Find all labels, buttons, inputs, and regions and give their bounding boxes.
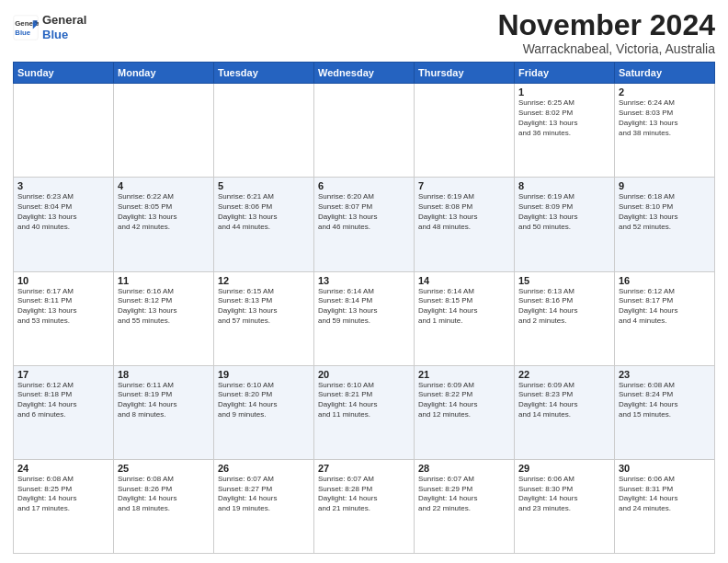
calendar-cell <box>314 84 415 178</box>
day-info: Sunrise: 6:15 AM Sunset: 8:13 PM Dayligh… <box>218 287 310 327</box>
calendar-cell <box>415 84 515 178</box>
calendar-cell: 1Sunrise: 6:25 AM Sunset: 8:02 PM Daylig… <box>515 84 615 178</box>
calendar-cell: 12Sunrise: 6:15 AM Sunset: 8:13 PM Dayli… <box>214 271 314 365</box>
calendar-cell: 24Sunrise: 6:08 AM Sunset: 8:25 PM Dayli… <box>14 459 114 553</box>
day-number: 18 <box>118 369 210 380</box>
day-number: 8 <box>518 180 610 191</box>
logo: General Blue General Blue <box>13 13 86 41</box>
calendar-cell: 7Sunrise: 6:19 AM Sunset: 8:08 PM Daylig… <box>415 178 515 271</box>
day-info: Sunrise: 6:08 AM Sunset: 8:25 PM Dayligh… <box>17 475 109 514</box>
title-block: November 2024 Warracknabeal, Victoria, A… <box>497 9 715 56</box>
day-number: 7 <box>418 180 510 191</box>
calendar-header-row: SundayMondayTuesdayWednesdayThursdayFrid… <box>14 63 715 84</box>
calendar-cell: 22Sunrise: 6:09 AM Sunset: 8:23 PM Dayli… <box>515 365 615 459</box>
day-number: 15 <box>518 275 610 286</box>
calendar-cell: 21Sunrise: 6:09 AM Sunset: 8:22 PM Dayli… <box>415 365 515 459</box>
day-info: Sunrise: 6:07 AM Sunset: 8:27 PM Dayligh… <box>218 475 310 514</box>
page: General Blue General Blue November 2024 … <box>0 0 728 563</box>
day-info: Sunrise: 6:07 AM Sunset: 8:29 PM Dayligh… <box>418 475 510 514</box>
calendar-cell: 20Sunrise: 6:10 AM Sunset: 8:21 PM Dayli… <box>314 365 415 459</box>
day-number: 29 <box>518 463 610 474</box>
calendar-cell: 13Sunrise: 6:14 AM Sunset: 8:14 PM Dayli… <box>314 271 415 365</box>
day-info: Sunrise: 6:13 AM Sunset: 8:16 PM Dayligh… <box>518 287 610 327</box>
day-number: 10 <box>17 275 109 286</box>
calendar-cell: 30Sunrise: 6:06 AM Sunset: 8:31 PM Dayli… <box>615 459 715 553</box>
day-info: Sunrise: 6:19 AM Sunset: 8:09 PM Dayligh… <box>518 192 610 232</box>
day-info: Sunrise: 6:16 AM Sunset: 8:12 PM Dayligh… <box>118 287 210 327</box>
calendar-week-row: 24Sunrise: 6:08 AM Sunset: 8:25 PM Dayli… <box>14 459 715 553</box>
location-title: Warracknabeal, Victoria, Australia <box>497 41 715 56</box>
day-info: Sunrise: 6:08 AM Sunset: 8:24 PM Dayligh… <box>619 381 711 420</box>
calendar-cell: 27Sunrise: 6:07 AM Sunset: 8:28 PM Dayli… <box>314 459 415 553</box>
day-info: Sunrise: 6:18 AM Sunset: 8:10 PM Dayligh… <box>619 192 711 232</box>
day-info: Sunrise: 6:17 AM Sunset: 8:11 PM Dayligh… <box>17 287 109 327</box>
day-number: 30 <box>619 463 711 474</box>
calendar-table: SundayMondayTuesdayWednesdayThursdayFrid… <box>13 62 715 554</box>
day-number: 19 <box>218 369 310 380</box>
day-number: 1 <box>518 86 610 98</box>
month-title: November 2024 <box>497 9 715 41</box>
day-number: 24 <box>17 463 109 474</box>
calendar-cell: 14Sunrise: 6:14 AM Sunset: 8:15 PM Dayli… <box>415 271 515 365</box>
day-info: Sunrise: 6:09 AM Sunset: 8:23 PM Dayligh… <box>518 381 610 420</box>
day-number: 16 <box>619 275 711 286</box>
day-info: Sunrise: 6:08 AM Sunset: 8:26 PM Dayligh… <box>118 475 210 514</box>
calendar-cell: 23Sunrise: 6:08 AM Sunset: 8:24 PM Dayli… <box>615 365 715 459</box>
day-info: Sunrise: 6:23 AM Sunset: 8:04 PM Dayligh… <box>17 192 109 232</box>
day-number: 21 <box>418 369 510 380</box>
calendar-cell: 5Sunrise: 6:21 AM Sunset: 8:06 PM Daylig… <box>214 178 314 271</box>
day-number: 25 <box>118 463 210 474</box>
day-number: 4 <box>118 180 210 191</box>
calendar-cell: 2Sunrise: 6:24 AM Sunset: 8:03 PM Daylig… <box>615 84 715 178</box>
day-info: Sunrise: 6:12 AM Sunset: 8:18 PM Dayligh… <box>17 381 109 420</box>
calendar-cell: 11Sunrise: 6:16 AM Sunset: 8:12 PM Dayli… <box>114 271 214 365</box>
header-sunday: Sunday <box>14 63 114 84</box>
calendar-cell: 25Sunrise: 6:08 AM Sunset: 8:26 PM Dayli… <box>114 459 214 553</box>
day-info: Sunrise: 6:25 AM Sunset: 8:02 PM Dayligh… <box>518 98 610 138</box>
calendar-cell: 29Sunrise: 6:06 AM Sunset: 8:30 PM Dayli… <box>515 459 615 553</box>
day-number: 22 <box>518 369 610 380</box>
day-info: Sunrise: 6:10 AM Sunset: 8:20 PM Dayligh… <box>218 381 310 420</box>
day-number: 26 <box>218 463 310 474</box>
header-wednesday: Wednesday <box>314 63 415 84</box>
calendar-cell: 17Sunrise: 6:12 AM Sunset: 8:18 PM Dayli… <box>14 365 114 459</box>
calendar-cell: 26Sunrise: 6:07 AM Sunset: 8:27 PM Dayli… <box>214 459 314 553</box>
day-number: 12 <box>218 275 310 286</box>
day-info: Sunrise: 6:19 AM Sunset: 8:08 PM Dayligh… <box>418 192 510 232</box>
day-number: 9 <box>619 180 711 191</box>
day-number: 6 <box>318 180 410 191</box>
calendar-cell: 18Sunrise: 6:11 AM Sunset: 8:19 PM Dayli… <box>114 365 214 459</box>
header-thursday: Thursday <box>415 63 515 84</box>
calendar-cell: 16Sunrise: 6:12 AM Sunset: 8:17 PM Dayli… <box>615 271 715 365</box>
calendar-cell: 4Sunrise: 6:22 AM Sunset: 8:05 PM Daylig… <box>114 178 214 271</box>
calendar-week-row: 3Sunrise: 6:23 AM Sunset: 8:04 PM Daylig… <box>14 178 715 271</box>
day-number: 27 <box>318 463 410 474</box>
calendar-cell: 19Sunrise: 6:10 AM Sunset: 8:20 PM Dayli… <box>214 365 314 459</box>
day-number: 23 <box>619 369 711 380</box>
day-number: 11 <box>118 275 210 286</box>
calendar-cell: 10Sunrise: 6:17 AM Sunset: 8:11 PM Dayli… <box>14 271 114 365</box>
day-info: Sunrise: 6:14 AM Sunset: 8:14 PM Dayligh… <box>318 287 410 327</box>
calendar-cell: 3Sunrise: 6:23 AM Sunset: 8:04 PM Daylig… <box>14 178 114 271</box>
day-info: Sunrise: 6:11 AM Sunset: 8:19 PM Dayligh… <box>118 381 210 420</box>
day-number: 3 <box>17 180 109 191</box>
header-friday: Friday <box>515 63 615 84</box>
day-info: Sunrise: 6:06 AM Sunset: 8:30 PM Dayligh… <box>518 475 610 514</box>
day-info: Sunrise: 6:09 AM Sunset: 8:22 PM Dayligh… <box>418 381 510 420</box>
calendar-cell: 6Sunrise: 6:20 AM Sunset: 8:07 PM Daylig… <box>314 178 415 271</box>
calendar-week-row: 17Sunrise: 6:12 AM Sunset: 8:18 PM Dayli… <box>14 365 715 459</box>
calendar-cell <box>214 84 314 178</box>
day-number: 20 <box>318 369 410 380</box>
calendar-week-row: 1Sunrise: 6:25 AM Sunset: 8:02 PM Daylig… <box>14 84 715 178</box>
calendar-week-row: 10Sunrise: 6:17 AM Sunset: 8:11 PM Dayli… <box>14 271 715 365</box>
svg-text:Blue: Blue <box>15 28 31 36</box>
day-info: Sunrise: 6:07 AM Sunset: 8:28 PM Dayligh… <box>318 475 410 514</box>
day-number: 5 <box>218 180 310 191</box>
calendar-cell: 28Sunrise: 6:07 AM Sunset: 8:29 PM Dayli… <box>415 459 515 553</box>
day-info: Sunrise: 6:22 AM Sunset: 8:05 PM Dayligh… <box>118 192 210 232</box>
day-number: 17 <box>17 369 109 380</box>
calendar-cell <box>114 84 214 178</box>
day-info: Sunrise: 6:24 AM Sunset: 8:03 PM Dayligh… <box>619 98 711 138</box>
header-monday: Monday <box>114 63 214 84</box>
day-number: 13 <box>318 275 410 286</box>
